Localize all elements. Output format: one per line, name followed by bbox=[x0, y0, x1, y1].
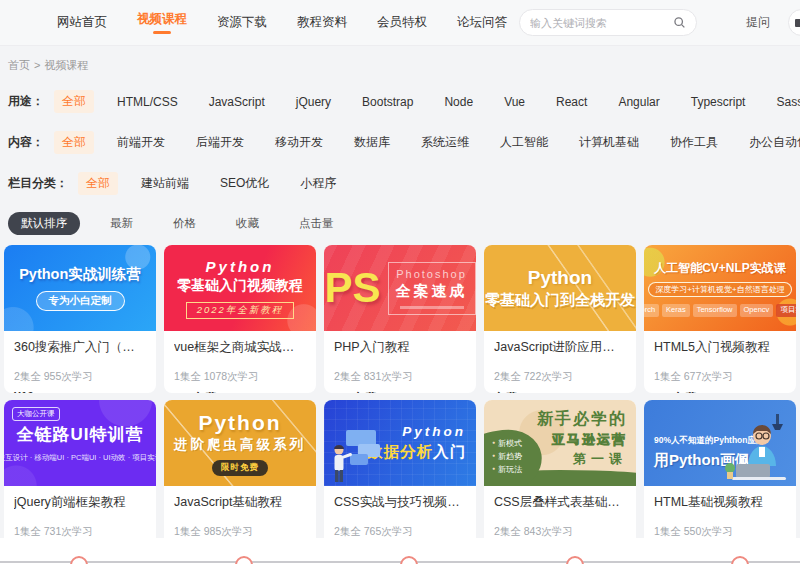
nav-item[interactable]: 网站首页 bbox=[57, 8, 107, 37]
filter-option[interactable]: 移动开发 bbox=[267, 131, 331, 154]
cover-subtitle: 全案速成 bbox=[396, 282, 468, 301]
partial-button-icon bbox=[795, 19, 800, 27]
filter-option[interactable]: 建站前端 bbox=[133, 172, 197, 195]
nav-item[interactable]: 论坛问答 bbox=[457, 8, 507, 37]
cover-frame: Photoshop 全案速成 bbox=[388, 262, 476, 315]
sort-option[interactable]: 价格 bbox=[163, 212, 206, 235]
filter-option[interactable]: 全部 bbox=[78, 172, 118, 195]
cover-tag: Opencv bbox=[740, 304, 774, 317]
course-info: HTML5入门视频教程 1集全 677次学习 VIP免费 bbox=[644, 331, 796, 393]
course-info: PHP入门教程 2集全 831次学习 VIP免费 bbox=[324, 331, 476, 393]
cover-badge: 专为小白定制 bbox=[36, 291, 125, 311]
course-card[interactable]: Python 数据分析入门 CSS实战与技巧视频教程 2集全 765次学习 ¥0… bbox=[324, 400, 476, 548]
cover-subtitle: 第一课 bbox=[537, 450, 627, 468]
footer-service-icon bbox=[566, 556, 584, 564]
course-meta: 1集全 985次学习 bbox=[174, 525, 306, 539]
cover-subtitle: 交互设计 · 移动端UI · PC端UI · UI动效 · 项目实训 bbox=[4, 453, 156, 463]
filter-option[interactable]: 后端开发 bbox=[188, 131, 252, 154]
course-card[interactable]: 人工智能CV+NLP实战课 深度学习+计算机视觉+自然语言处理 PytorchK… bbox=[644, 245, 796, 393]
filter-option[interactable]: 数据库 bbox=[346, 131, 398, 154]
filter-row-usage: 用途： 全部HTML/CSSJavaScriptjQueryBootstrapN… bbox=[8, 81, 792, 122]
cover-corner-tag: 大咖公开课 bbox=[12, 407, 60, 421]
sort-option[interactable]: 默认排序 bbox=[8, 212, 80, 235]
filter-option[interactable]: Typescript bbox=[683, 92, 754, 112]
breadcrumb-home[interactable]: 首页 bbox=[8, 59, 30, 71]
filter-option[interactable]: jQuery bbox=[288, 92, 339, 112]
cover-bullet: 新玩法 bbox=[492, 464, 522, 477]
filter-option[interactable]: 办公自动化 bbox=[741, 131, 800, 154]
filter-option[interactable]: 前端开发 bbox=[109, 131, 173, 154]
course-title: jQuery前端框架教程 bbox=[14, 494, 146, 511]
filter-option[interactable]: 系统运维 bbox=[413, 131, 477, 154]
course-cover: 90%人不知道的Pyhthon应用 用Python画佩奇 bbox=[644, 400, 796, 486]
filter-option[interactable]: Vue bbox=[496, 92, 533, 112]
sort-option[interactable]: 最新 bbox=[100, 212, 143, 235]
course-meta: 1集全 731次学习 bbox=[14, 525, 146, 539]
filter-option[interactable]: React bbox=[548, 92, 595, 112]
filter-option[interactable]: 计算机基础 bbox=[571, 131, 647, 154]
nav-item[interactable]: 会员特权 bbox=[377, 8, 427, 37]
sort-option[interactable]: 收藏 bbox=[226, 212, 269, 235]
nav-item[interactable]: 视频课程 bbox=[137, 5, 187, 40]
cover-title: Python bbox=[198, 411, 281, 435]
filter-option[interactable]: 全部 bbox=[54, 131, 94, 154]
filter-option[interactable]: Bootstrap bbox=[354, 92, 421, 112]
course-card[interactable]: Python 零基础入门到全栈开发 JavaScript进阶应用教程 2集全 7… bbox=[484, 245, 636, 393]
cover-subtitle: Photoshop bbox=[396, 268, 468, 280]
filter-option[interactable]: 协作工具 bbox=[662, 131, 726, 154]
course-info: JavaScript进阶应用教程 2集全 722次学习 免费 bbox=[484, 331, 636, 393]
search-input[interactable] bbox=[530, 17, 673, 29]
filter-label: 用途： bbox=[8, 93, 44, 110]
filter-option[interactable]: Angular bbox=[610, 92, 667, 112]
search-icon[interactable] bbox=[673, 16, 686, 29]
course-cover: Python 数据分析入门 bbox=[324, 400, 476, 486]
cover-title: Python bbox=[528, 267, 592, 289]
course-meta: 1集全 677次学习 bbox=[654, 370, 786, 384]
cover-subtitle: 进阶爬虫高级系列 bbox=[174, 436, 306, 454]
nav-item[interactable]: 教程资料 bbox=[297, 8, 347, 37]
course-title: PHP入门教程 bbox=[334, 339, 466, 356]
filter-option[interactable]: 全部 bbox=[54, 90, 94, 113]
footer-service-icon bbox=[731, 556, 749, 564]
breadcrumb: 首页>视频课程 bbox=[0, 46, 800, 73]
cover-badge: 限时免费 bbox=[212, 460, 268, 476]
cover-title: 人工智能CV+NLP实战课 bbox=[654, 260, 786, 277]
course-card[interactable]: Python 进阶爬虫高级系列 限时免费 JavaScript基础教程 1集全 … bbox=[164, 400, 316, 548]
course-card[interactable]: 90%人不知道的Pyhthon应用 用Python画佩奇 HTML基础视频教程 … bbox=[644, 400, 796, 548]
ask-question-link[interactable]: 提问 bbox=[746, 14, 770, 31]
cover-title: PS bbox=[324, 267, 380, 309]
course-card[interactable]: 大咖公开课 全链路UI特训营 交互设计 · 移动端UI · PC端UI · UI… bbox=[4, 400, 156, 548]
course-card[interactable]: 新模式新趋势新玩法 新手必学的 亚马逊运营 第一课 CSS层叠样式表基础教程 2… bbox=[484, 400, 636, 548]
filter-options: 全部建站前端SEO优化小程序 bbox=[78, 172, 344, 195]
course-title: JavaScript基础教程 bbox=[174, 494, 306, 511]
course-price: VIP免费 bbox=[174, 390, 306, 393]
cover-bullet: 新模式 bbox=[492, 438, 522, 451]
cover-bullets: 新模式新趋势新玩法 bbox=[492, 438, 522, 476]
cover-tag: Pytorch bbox=[644, 304, 659, 317]
filter-option[interactable]: Node bbox=[436, 92, 481, 112]
filter-option[interactable]: Sass/Less bbox=[768, 92, 800, 112]
course-card[interactable]: Python实战训练营 专为小白定制 360搜索推广入门（基础课） 2集全 95… bbox=[4, 245, 156, 393]
filter-option[interactable]: SEO优化 bbox=[212, 172, 277, 195]
search-box[interactable] bbox=[519, 9, 697, 36]
course-cover: Python 零基础入门视频教程 2022年全新教程 bbox=[164, 245, 316, 331]
breadcrumb-separator: > bbox=[34, 59, 40, 71]
course-price: VIP免费 bbox=[654, 390, 786, 393]
filter-option[interactable]: HTML/CSS bbox=[109, 92, 186, 112]
data-analysis-illustration bbox=[328, 424, 386, 484]
filter-option[interactable]: JavaScript bbox=[201, 92, 273, 112]
course-cover: Python实战训练营 专为小白定制 bbox=[4, 245, 156, 331]
filter-row-content: 内容： 全部前端开发后端开发移动开发数据库系统运维人工智能计算机基础协作工具办公… bbox=[8, 122, 792, 163]
nav-item[interactable]: 资源下载 bbox=[217, 8, 267, 37]
sort-option[interactable]: 点击量 bbox=[289, 212, 344, 235]
cover-tags: PytorchKerasTensorflowOpencv项目实战 bbox=[644, 304, 796, 317]
cover-subtitle: 亚马逊运营 bbox=[537, 431, 627, 449]
filter-option[interactable]: 小程序 bbox=[292, 172, 344, 195]
course-title: CSS层叠样式表基础教程 bbox=[494, 494, 626, 511]
course-cover: Python 进阶爬虫高级系列 限时免费 bbox=[164, 400, 316, 486]
partial-button[interactable] bbox=[788, 9, 800, 36]
filter-option[interactable]: 人工智能 bbox=[492, 131, 556, 154]
course-card[interactable]: PS Photoshop 全案速成 PHP入门教程 2集全 831次学习 VIP… bbox=[324, 245, 476, 393]
course-card[interactable]: Python 零基础入门视频教程 2022年全新教程 vue框架之商城实战教程 … bbox=[164, 245, 316, 393]
cover-title: Python实战训练营 bbox=[19, 265, 141, 284]
